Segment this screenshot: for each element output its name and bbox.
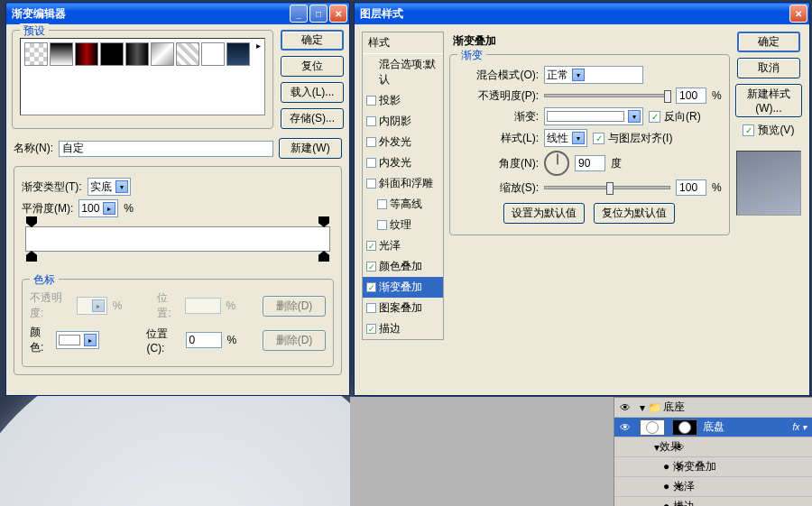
close-button[interactable]: ✕ (789, 5, 807, 23)
checkbox[interactable]: ✓ (366, 241, 376, 251)
angle-dial[interactable] (544, 151, 569, 176)
style-item[interactable]: ✓描边 (363, 318, 443, 339)
gradient-picker[interactable]: ▾ (544, 107, 643, 125)
style-item[interactable]: 内阴影 (363, 111, 443, 132)
new-style-button[interactable]: 新建样式(W)... (735, 84, 802, 117)
chevron-down-icon: ▾ (572, 69, 585, 81)
layer-effect-item[interactable]: 👁● 渐变叠加 (614, 457, 812, 477)
checkbox[interactable]: ✓ (366, 262, 376, 271)
layer-folder[interactable]: 👁 ▾ 📁 底座 (614, 398, 812, 418)
delete-stop-1: 删除(D) (263, 296, 326, 317)
preview-checkbox[interactable]: ✓预览(V) (743, 123, 794, 138)
checkbox[interactable] (377, 199, 387, 209)
style-item[interactable]: 图案叠加 (363, 298, 443, 318)
style-item[interactable]: 内发光 (363, 152, 443, 173)
style-item[interactable]: 混合选项:默认 (363, 54, 443, 90)
scale-input[interactable] (676, 179, 706, 196)
checkbox[interactable]: ✓ (366, 282, 376, 292)
titlebar[interactable]: 图层样式 ✕ (355, 3, 809, 24)
reverse-checkbox[interactable]: ✓反向(R) (649, 109, 701, 124)
flyout-icon[interactable]: ▸ (256, 41, 261, 51)
new-button[interactable]: 新建(W) (279, 138, 342, 159)
checkbox[interactable] (366, 96, 376, 106)
style-item[interactable]: 斜面和浮雕 (363, 173, 443, 194)
opacity-input[interactable] (676, 87, 706, 104)
layer-effect-item[interactable]: 👁● 光泽 (614, 477, 812, 497)
align-checkbox[interactable]: ✓与图层对齐(I) (593, 131, 672, 146)
blend-mode-select[interactable]: 正常▾ (544, 66, 643, 84)
style-item[interactable]: 投影 (363, 90, 443, 111)
maximize-button[interactable]: □ (309, 5, 328, 23)
gradient-bar[interactable] (25, 226, 330, 252)
layer-style-dialog: 图层样式 ✕ 样式 混合选项:默认投影内阴影外发光内发光斜面和浮雕等高线纹理✓光… (354, 2, 810, 396)
checkbox[interactable] (366, 303, 376, 313)
gradient-type-select[interactable]: 实底▾ (88, 178, 131, 196)
eye-icon[interactable]: 👁 (614, 421, 636, 434)
stop-color[interactable]: ▸ (56, 331, 99, 349)
window-title: 渐变编辑器 (12, 6, 290, 22)
cancel-button[interactable]: 取消 (737, 58, 800, 78)
style-item[interactable]: ✓颜色叠加 (363, 256, 443, 277)
scale-slider[interactable] (544, 186, 670, 189)
ok-button[interactable]: 确定 (281, 30, 344, 51)
style-item[interactable]: 等高线 (363, 194, 443, 215)
layer-effects[interactable]: 👁▾ 效果 (614, 437, 812, 457)
checkbox[interactable] (366, 179, 376, 189)
style-select[interactable]: 线性▾ (544, 129, 587, 147)
load-button[interactable]: 载入(L)... (281, 82, 344, 103)
preview-box (736, 151, 801, 216)
set-default-button[interactable]: 设置为默认值 (503, 203, 585, 224)
opacity-slider[interactable] (544, 94, 670, 97)
gradient-editor-dialog: 渐变编辑器 _ □ ✕ 预设 ▸ 确定 复位 载 (5, 2, 350, 396)
reset-default-button[interactable]: 复位为默认值 (594, 203, 675, 224)
close-button[interactable]: ✕ (329, 5, 347, 23)
style-item[interactable]: 纹理 (363, 215, 443, 235)
checkbox[interactable]: ✓ (366, 324, 376, 334)
style-item[interactable]: ✓光泽 (363, 235, 443, 256)
delete-stop-2: 删除(D) (263, 330, 326, 351)
layer-effect-item[interactable]: 👁● 描边 (614, 497, 812, 506)
checkbox[interactable] (377, 220, 387, 230)
presets-group: 预设 ▸ (12, 30, 273, 129)
stop-pos1 (185, 298, 221, 314)
preset-swatches[interactable]: ▸ (20, 38, 265, 115)
stop-opacity: ▸ (77, 297, 107, 315)
minimize-button[interactable]: _ (290, 5, 308, 23)
name-input[interactable] (59, 141, 273, 157)
panel-title: 渐变叠加 (453, 33, 730, 49)
style-item[interactable]: ✓渐变叠加 (363, 277, 443, 298)
checkbox[interactable] (366, 158, 376, 168)
layers-panel: 👁 ▾ 📁 底座 👁 底盘 fx ▾ 👁▾ 效果 👁● 渐变叠加👁● 光泽👁● … (614, 397, 812, 506)
layer-selected[interactable]: 👁 底盘 fx ▾ (614, 418, 812, 437)
style-list: 样式 混合选项:默认投影内阴影外发光内发光斜面和浮雕等高线纹理✓光泽✓颜色叠加✓… (362, 32, 444, 340)
angle-input[interactable] (575, 155, 605, 171)
reset-button[interactable]: 复位 (281, 56, 344, 77)
save-button[interactable]: 存储(S)... (281, 108, 344, 129)
checkbox[interactable] (366, 116, 376, 126)
style-item[interactable]: 外发光 (363, 132, 443, 152)
titlebar[interactable]: 渐变编辑器 _ □ ✕ (6, 3, 349, 24)
smoothness-input[interactable]: 100▸ (78, 199, 118, 217)
stop-pos2[interactable] (186, 332, 222, 348)
checkbox[interactable] (366, 137, 376, 147)
chevron-down-icon: ▾ (115, 180, 128, 193)
ok-button[interactable]: 确定 (737, 32, 800, 52)
eye-icon[interactable]: 👁 (614, 401, 636, 414)
